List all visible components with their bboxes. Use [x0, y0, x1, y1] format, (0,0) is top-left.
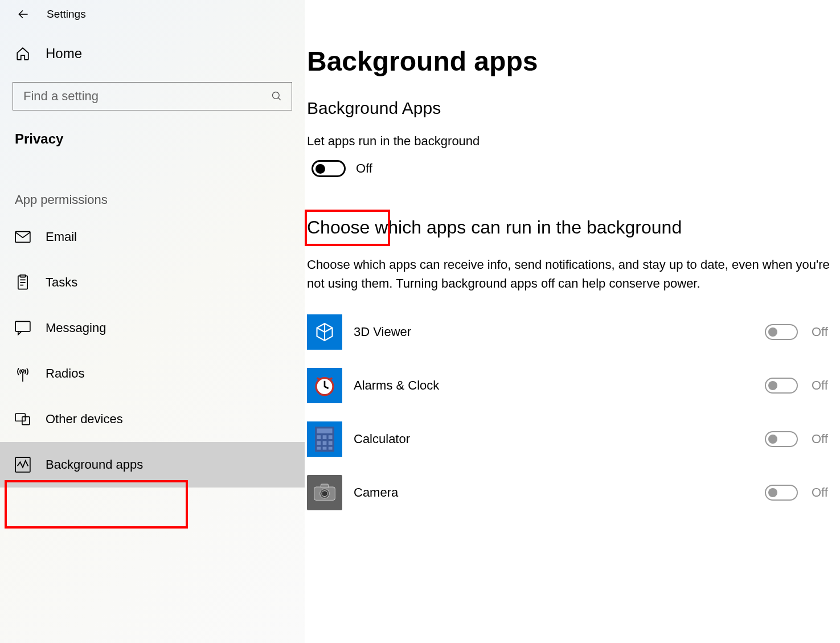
sidebar-item-label: Tasks: [46, 275, 77, 290]
svg-point-0: [273, 92, 280, 99]
svg-rect-14: [323, 435, 327, 439]
app-toggle-state: Off: [812, 485, 840, 500]
app-toggle[interactable]: [765, 324, 798, 340]
sidebar-item-radios[interactable]: Radios: [0, 351, 305, 396]
back-button[interactable]: [16, 7, 31, 22]
svg-rect-15: [329, 435, 333, 439]
app-toggle[interactable]: [765, 485, 798, 501]
annotation-highlight-sidebar: [5, 480, 188, 529]
app-list: 3D Viewer Off Alarms & Clock Off Calcula…: [307, 305, 840, 519]
svg-rect-21: [329, 447, 333, 450]
app-icon-camera: [307, 475, 342, 510]
content-pane: Background apps Background Apps Let apps…: [305, 0, 840, 643]
svg-point-5: [22, 370, 24, 372]
annotation-highlight-toggle: [305, 210, 390, 246]
sidebar-item-label: Messaging: [46, 321, 106, 335]
home-nav[interactable]: Home: [0, 32, 305, 75]
app-name: Camera: [354, 485, 765, 500]
app-name: Calculator: [354, 432, 765, 447]
svg-rect-25: [321, 484, 328, 488]
app-toggle[interactable]: [765, 431, 798, 447]
sidebar-item-messaging[interactable]: Messaging: [0, 305, 305, 351]
home-icon: [15, 46, 31, 62]
svg-rect-17: [323, 441, 327, 445]
app-name: 3D Viewer: [354, 325, 765, 339]
section-heading-1: Background Apps: [307, 99, 840, 118]
mail-icon: [15, 229, 31, 245]
app-toggle-state: Off: [812, 325, 840, 339]
sidebar-item-other-devices[interactable]: Other devices: [0, 396, 305, 442]
sidebar-item-label: Email: [46, 230, 77, 244]
app-toggle-state: Off: [812, 432, 840, 447]
search-input[interactable]: [23, 89, 271, 104]
app-name: Alarms & Clock: [354, 378, 765, 393]
svg-point-24: [322, 491, 327, 497]
app-icon-3d-viewer: [307, 314, 342, 350]
svg-rect-13: [317, 435, 321, 439]
titlebar: Settings: [0, 0, 305, 32]
app-row: 3D Viewer Off: [307, 305, 840, 359]
svg-rect-16: [317, 441, 321, 445]
devices-icon: [15, 411, 31, 427]
main-toggle[interactable]: [312, 160, 346, 177]
arrow-left-icon: [16, 7, 31, 22]
antenna-icon: [15, 366, 31, 382]
sidebar-item-label: Background apps: [46, 457, 143, 472]
clipboard-icon: [15, 275, 31, 290]
svg-rect-6: [15, 413, 25, 421]
page-title: Background apps: [307, 46, 840, 77]
search-icon: [271, 91, 282, 102]
description-text: Choose which apps can receive info, send…: [307, 255, 840, 293]
chat-icon: [15, 320, 31, 336]
svg-rect-18: [329, 441, 333, 445]
app-row: Alarms & Clock Off: [307, 359, 840, 412]
svg-rect-4: [15, 321, 30, 331]
category-label: Privacy: [0, 121, 305, 154]
section-label: App permissions: [0, 154, 305, 214]
home-label: Home: [46, 46, 82, 62]
app-toggle-state: Off: [812, 378, 840, 393]
app-row: Calculator Off: [307, 412, 840, 466]
svg-rect-1: [15, 232, 30, 243]
main-toggle-group: Off: [307, 155, 840, 182]
sidebar-item-tasks[interactable]: Tasks: [0, 260, 305, 305]
app-row: Camera Off: [307, 466, 840, 519]
sidebar-item-email[interactable]: Email: [0, 214, 305, 260]
main-toggle-state: Off: [356, 161, 372, 176]
sidebar-item-label: Radios: [46, 366, 84, 381]
svg-rect-19: [317, 447, 321, 450]
sidebar-item-label: Other devices: [46, 412, 123, 427]
app-icon-calculator: [307, 421, 342, 457]
window-title: Settings: [47, 8, 86, 21]
svg-rect-12: [317, 428, 332, 433]
activity-icon: [15, 457, 31, 473]
main-toggle-label: Let apps run in the background: [307, 134, 840, 149]
search-box[interactable]: [13, 82, 292, 110]
app-icon-alarms-clock: [307, 368, 342, 403]
app-toggle[interactable]: [765, 378, 798, 394]
svg-rect-20: [323, 447, 327, 450]
sidebar: Settings Home Privacy App permissions Em…: [0, 0, 305, 643]
